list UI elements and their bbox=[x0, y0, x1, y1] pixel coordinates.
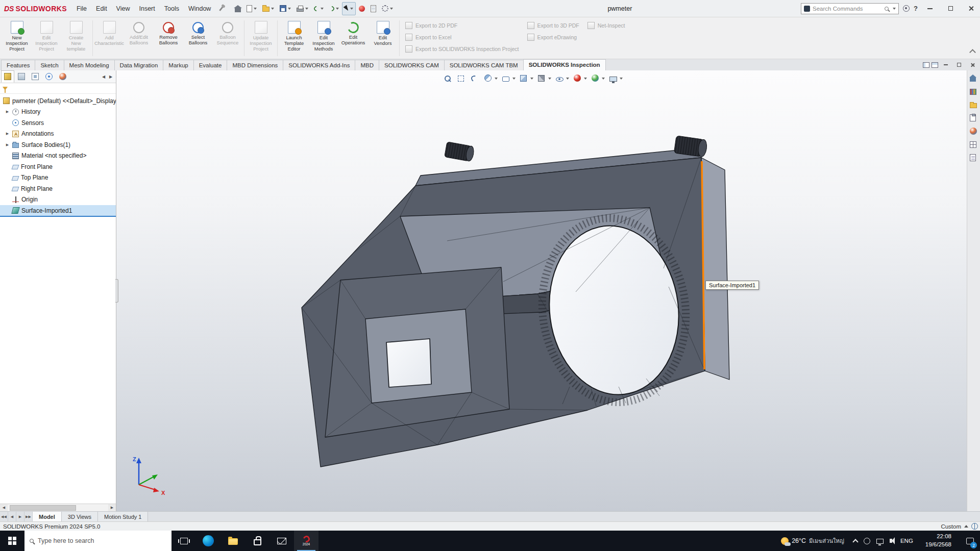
create-new-template-button[interactable]: Create New template bbox=[61, 19, 91, 58]
tree-item-front-plane[interactable]: Front Plane bbox=[0, 161, 116, 172]
menu-edit[interactable]: Edit bbox=[91, 0, 112, 17]
tray-circle-icon[interactable] bbox=[864, 538, 870, 544]
export-edrawing-button[interactable]: Export eDrawing bbox=[527, 34, 579, 41]
menu-file[interactable]: File bbox=[72, 0, 91, 17]
pin-menu-icon[interactable] bbox=[219, 6, 224, 11]
options-button[interactable] bbox=[379, 2, 396, 15]
menu-view[interactable]: View bbox=[112, 0, 135, 17]
ribbon-collapse-chevron-icon[interactable] bbox=[969, 49, 976, 56]
tree-root-item[interactable]: pwmeter (Default) <<Default>_Display bbox=[0, 95, 116, 107]
file-explorer-button[interactable] bbox=[970, 101, 977, 109]
doc-minimize-button[interactable] bbox=[940, 60, 951, 69]
maximize-button[interactable] bbox=[942, 2, 959, 16]
graphics-viewport[interactable]: ygon points="629,618 688,614 690,652 631… bbox=[116, 70, 967, 511]
tree-item-top-plane[interactable]: Top Plane bbox=[0, 172, 116, 184]
section-view-button[interactable] bbox=[483, 72, 499, 85]
tab-model[interactable]: Model bbox=[33, 512, 62, 521]
scroll-right-arrow-icon[interactable]: ▶ bbox=[108, 504, 116, 511]
add-characteristic-button[interactable]: Add Characteristic bbox=[94, 19, 124, 58]
net-inspect-button[interactable]: Net-Inspect bbox=[587, 22, 625, 29]
tab-solidworks-cam-tbm[interactable]: SOLIDWORKS CAM TBM bbox=[444, 60, 524, 70]
appearances-scenes-button[interactable] bbox=[970, 128, 977, 135]
tree-item-right-plane[interactable]: Right Plane bbox=[0, 183, 116, 194]
tree-item-sensors[interactable]: Sensors bbox=[0, 117, 116, 129]
edit-inspection-project-button[interactable]: Edit Inspection Project bbox=[32, 19, 61, 58]
edit-appearance-button[interactable] bbox=[572, 72, 589, 85]
tab-mbd[interactable]: MBD bbox=[355, 60, 379, 70]
hide-show-items-button[interactable] bbox=[554, 72, 571, 85]
tab-motion-study[interactable]: Motion Study 1 bbox=[98, 512, 148, 521]
globe-icon[interactable] bbox=[971, 523, 978, 530]
export-to-3d-pdf-button[interactable]: Export to 3D PDF bbox=[527, 22, 579, 29]
tab-markup[interactable]: Markup bbox=[163, 60, 193, 70]
task-view-button[interactable] bbox=[172, 531, 196, 551]
scrollbar-thumb[interactable] bbox=[10, 505, 76, 511]
scroll-right-icon[interactable]: ▶ bbox=[108, 74, 114, 79]
menu-window[interactable]: Window bbox=[184, 0, 215, 17]
3d-model[interactable]: ygon points="629,618 688,614 690,652 631… bbox=[116, 70, 966, 511]
tab-3d-views[interactable]: 3D Views bbox=[62, 512, 98, 521]
export-to-2d-pdf-button[interactable]: Export to 2D PDF bbox=[405, 22, 519, 29]
start-button[interactable] bbox=[0, 531, 24, 551]
dimxpert-manager-tab[interactable] bbox=[42, 70, 56, 83]
hidden-icons-chevron-icon[interactable] bbox=[852, 539, 858, 544]
tree-item-surface-imported1[interactable]: Surface-Imported1 bbox=[0, 205, 116, 217]
annotation-views-button[interactable] bbox=[501, 72, 517, 85]
tab-solidworks-inspection[interactable]: SOLIDWORKS Inspection bbox=[523, 59, 606, 70]
view-orientation-button[interactable] bbox=[519, 72, 535, 85]
custom-properties-button[interactable] bbox=[970, 141, 977, 148]
file-properties-button[interactable] bbox=[368, 2, 379, 15]
tab-mbd-dimensions[interactable]: MBD Dimensions bbox=[227, 60, 283, 70]
tab-mesh-modeling[interactable]: Mesh Modeling bbox=[64, 60, 115, 70]
filter-funnel-icon[interactable] bbox=[3, 87, 8, 90]
minimize-button[interactable] bbox=[922, 2, 938, 16]
edit-vendors-button[interactable]: Edit Vendors bbox=[368, 19, 398, 58]
speaker-icon[interactable] bbox=[890, 539, 892, 543]
user-account-icon[interactable] bbox=[903, 5, 910, 12]
tab-solidworks-add-ins[interactable]: SOLIDWORKS Add-Ins bbox=[283, 60, 355, 70]
prev-tab-arrow-icon[interactable]: ◀ bbox=[8, 512, 16, 521]
tab-solidworks-cam[interactable]: SOLIDWORKS CAM bbox=[379, 60, 445, 70]
tab-features[interactable]: Features bbox=[1, 60, 35, 70]
launch-template-editor-button[interactable]: Launch Template Editor bbox=[279, 19, 309, 58]
tree-item-annotations[interactable]: ▶ Annotations bbox=[0, 129, 116, 140]
rebuild-button[interactable] bbox=[356, 2, 368, 15]
undo-button[interactable] bbox=[311, 2, 326, 15]
weather-widget[interactable]: 26°C มีเมฆส่วนใหญ่ bbox=[776, 531, 849, 551]
edit-inspection-methods-button[interactable]: Edit Inspection Methods bbox=[309, 19, 338, 58]
select-tool-button[interactable] bbox=[342, 2, 356, 15]
last-tab-arrow-icon[interactable]: ▶▶ bbox=[24, 512, 33, 521]
tree-item-material[interactable]: Material <not specified> bbox=[0, 151, 116, 162]
new-document-button[interactable] bbox=[244, 2, 259, 15]
save-button[interactable] bbox=[277, 2, 293, 15]
display-style-button[interactable] bbox=[536, 72, 553, 85]
command-search-box[interactable]: Search Commands bbox=[801, 3, 899, 14]
configuration-manager-tab[interactable] bbox=[29, 70, 42, 83]
menu-tools[interactable]: Tools bbox=[160, 0, 184, 17]
network-icon[interactable] bbox=[876, 539, 884, 544]
add-edit-balloons-button[interactable]: Add/Edit Balloons bbox=[124, 19, 154, 58]
apply-scene-button[interactable] bbox=[590, 72, 606, 85]
display-manager-tab[interactable] bbox=[56, 70, 69, 83]
solidworks-app-button[interactable]: 2024 bbox=[294, 531, 318, 551]
pane-split-icon[interactable] bbox=[923, 62, 929, 68]
input-language-indicator[interactable]: ENG bbox=[898, 538, 915, 544]
tab-sketch[interactable]: Sketch bbox=[35, 60, 64, 70]
panel-horizontal-scrollbar[interactable]: ◀ ▶ bbox=[0, 504, 116, 511]
edge-app-button[interactable] bbox=[196, 531, 220, 551]
property-manager-tab[interactable] bbox=[15, 70, 28, 83]
expand-chevron-icon[interactable]: ▶ bbox=[5, 110, 10, 114]
new-inspection-project-button[interactable]: New Inspection Project bbox=[2, 19, 32, 58]
expand-chevron-icon[interactable]: ▶ bbox=[5, 143, 10, 147]
panel-splitter-handle[interactable] bbox=[115, 279, 118, 303]
print-button[interactable] bbox=[294, 2, 311, 15]
zoom-to-fit-button[interactable] bbox=[443, 72, 455, 85]
chevron-up-icon[interactable] bbox=[964, 525, 968, 528]
store-app-button[interactable] bbox=[245, 531, 270, 551]
doc-close-button[interactable] bbox=[967, 60, 978, 69]
home-button[interactable] bbox=[232, 2, 243, 15]
taskbar-clock[interactable]: 22:08 19/6/2568 bbox=[921, 533, 955, 548]
previous-view-button[interactable] bbox=[470, 72, 481, 85]
featuremanager-tree-tab[interactable] bbox=[1, 70, 14, 83]
scroll-left-icon[interactable]: ◀ bbox=[101, 74, 107, 79]
